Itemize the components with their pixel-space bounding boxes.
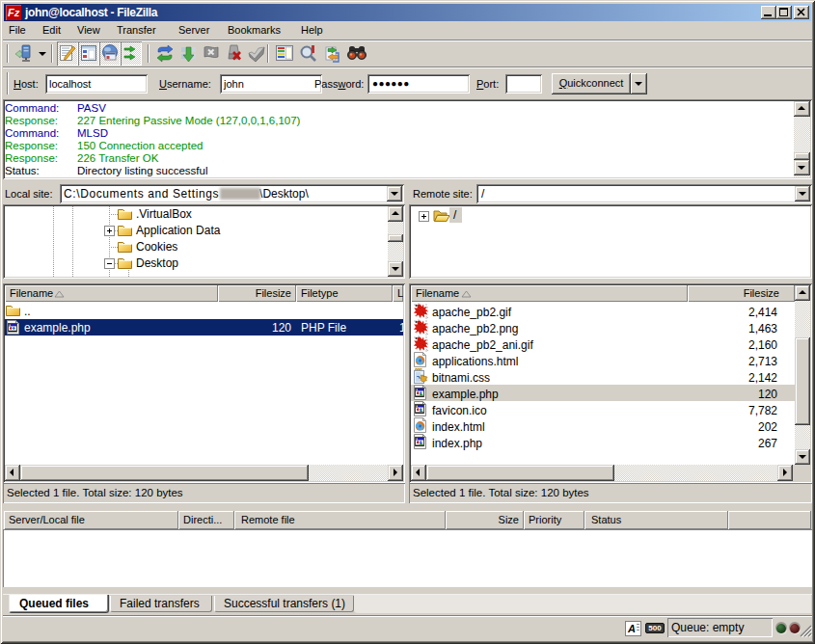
svg-text:Fz: Fz (8, 7, 20, 18)
